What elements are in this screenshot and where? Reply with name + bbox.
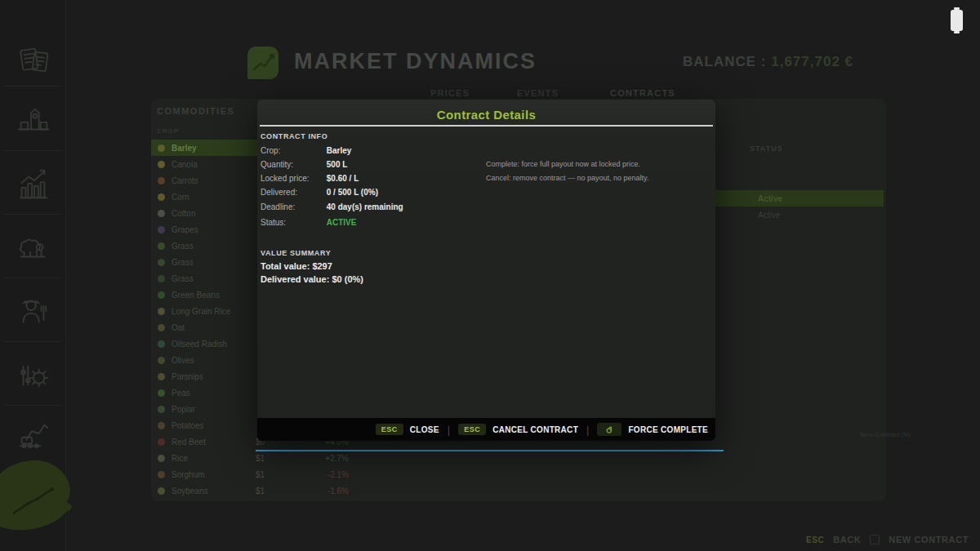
documents-icon[interactable] <box>15 41 52 78</box>
commodities-title: COMMODITIES <box>157 106 234 116</box>
back-button[interactable]: BACK <box>833 535 861 544</box>
rail-divider <box>4 86 61 87</box>
field-label: Delivered: <box>261 188 324 197</box>
selection-underline <box>256 450 724 451</box>
commodity-name: Oilseed Radish <box>172 340 256 349</box>
commodity-name: Soybeans <box>172 487 256 495</box>
mod-logo-icon <box>0 460 78 541</box>
commodity-icon <box>158 357 165 364</box>
footer-keybar: ESC BACK NEW CONTRACT <box>806 535 969 544</box>
commodity-icon <box>158 422 165 429</box>
cancel-help-text: Cancel: remove contract — no payout, no … <box>486 174 706 182</box>
commodity-icon <box>158 340 165 348</box>
commodity-icon <box>158 389 165 397</box>
commodity-icon <box>158 193 165 201</box>
balance-label: BALANCE : <box>683 54 767 69</box>
field-value: $0.60 / L <box>327 174 359 183</box>
cancel-contract-button[interactable]: ESC CANCEL CONTRACT <box>458 424 578 435</box>
rail-divider <box>4 405 61 406</box>
field-label: Quantity: <box>261 160 324 169</box>
summary-value: $0 (0%) <box>332 274 363 284</box>
balance-value: 1,677,702 € <box>771 54 853 69</box>
commodity-icon <box>158 308 165 315</box>
rail-divider <box>4 214 61 215</box>
commodity-name: Barley <box>172 144 256 153</box>
close-button[interactable]: ESC CLOSE <box>376 424 439 435</box>
force-complete-button[interactable]: FORCE COMPLETE <box>597 423 708 436</box>
button-divider: | <box>448 424 450 436</box>
field-label: Deadline: <box>261 202 324 211</box>
market-dynamics-logo-icon <box>247 47 278 79</box>
commodity-name: Sorghum <box>172 470 256 479</box>
total-value-row: Total value: $297 <box>261 261 332 271</box>
commodity-name: Corn <box>172 193 256 202</box>
commodity-icon <box>158 161 165 168</box>
commodity-name: Grass <box>172 258 256 267</box>
commodity-icon <box>158 275 165 282</box>
commodity-change: -2.1% <box>285 470 354 479</box>
commodity-icon <box>158 471 165 478</box>
complete-help-text: Complete: force full payout now at locke… <box>486 160 706 168</box>
field-status: Status: ACTIVE <box>261 218 356 227</box>
commodity-name: Peas <box>172 389 256 398</box>
commodity-icon <box>158 210 165 217</box>
contract-details-modal: Contract Details CONTRACT INFO Crop: Bar… <box>257 100 715 441</box>
commodity-name: Grass <box>172 242 256 251</box>
force-complete-label: FORCE COMPLETE <box>628 425 708 434</box>
commodity-name: Olives <box>172 356 256 365</box>
animals-icon[interactable] <box>15 227 52 264</box>
contract-status-cell: Active <box>758 211 780 220</box>
summary-value: $297 <box>312 261 332 271</box>
farmer-icon[interactable] <box>15 292 52 330</box>
commodity-name: Red Beet <box>172 438 256 447</box>
contract-status-cell: Active <box>758 194 782 203</box>
screen: MARKET DYNAMICS BALANCE : 1,677,702 € PR… <box>0 0 980 551</box>
crop-column-header: CROP <box>157 127 179 135</box>
construction-icon[interactable] <box>15 415 52 452</box>
field-label: Crop: <box>261 146 324 155</box>
commodity-name: Potatoes <box>172 421 256 430</box>
tab-contracts[interactable]: CONTRACTS <box>610 88 675 98</box>
commodity-icon <box>158 455 165 462</box>
field-value: 40 day(s) remaining <box>327 202 403 211</box>
new-contract-hint: New Contract (N) <box>860 431 911 438</box>
battery-icon <box>951 10 963 31</box>
commodity-row[interactable]: Rice $1 +2.7% <box>151 450 354 466</box>
commodity-row[interactable]: Sorghum $1 -2.1% <box>151 466 354 482</box>
commodity-name: Poplar <box>172 405 256 414</box>
production-icon[interactable] <box>15 101 52 139</box>
field-value: Barley <box>327 146 352 155</box>
commodity-name: Rice <box>172 454 256 463</box>
cancel-contract-label: CANCEL CONTRACT <box>492 425 578 434</box>
statistics-icon[interactable] <box>15 166 52 203</box>
button-divider: | <box>586 424 589 436</box>
esc-key-badge: ESC <box>376 424 403 435</box>
field-quantity: Quantity: 500 L <box>261 160 347 169</box>
tab-prices[interactable]: PRICES <box>430 88 470 98</box>
summary-label: Total value: <box>261 261 310 271</box>
commodity-name: Cotton <box>172 209 256 218</box>
settings-icon[interactable] <box>15 357 52 394</box>
delivered-value-row: Delivered value: $0 (0%) <box>261 274 363 284</box>
modal-title: Contract Details <box>257 108 715 122</box>
esc-key-badge: ESC <box>458 424 486 435</box>
commodity-icon <box>158 242 165 250</box>
commodity-row[interactable]: Soybeans $1 -1.6% <box>151 482 354 499</box>
commodity-icon <box>158 177 165 184</box>
title-divider <box>260 125 713 127</box>
commodity-icon <box>158 406 165 413</box>
rail-divider <box>4 150 61 151</box>
field-value: 500 L <box>327 160 348 169</box>
summary-label: Delivered value: <box>261 274 329 284</box>
commodity-price: $1 <box>256 470 285 479</box>
status-value: ACTIVE <box>327 218 357 227</box>
field-crop: Crop: Barley <box>261 146 351 155</box>
commodity-name: Canola <box>172 160 256 169</box>
commodity-icon <box>158 487 165 495</box>
new-contract-key-icon <box>870 535 880 544</box>
commodity-name: Carrots <box>172 176 256 185</box>
tab-events[interactable]: EVENTS <box>517 88 559 98</box>
balance: BALANCE : 1,677,702 € <box>683 54 853 70</box>
new-contract-button[interactable]: NEW CONTRACT <box>889 535 969 544</box>
commodity-change: -1.6% <box>285 487 354 495</box>
